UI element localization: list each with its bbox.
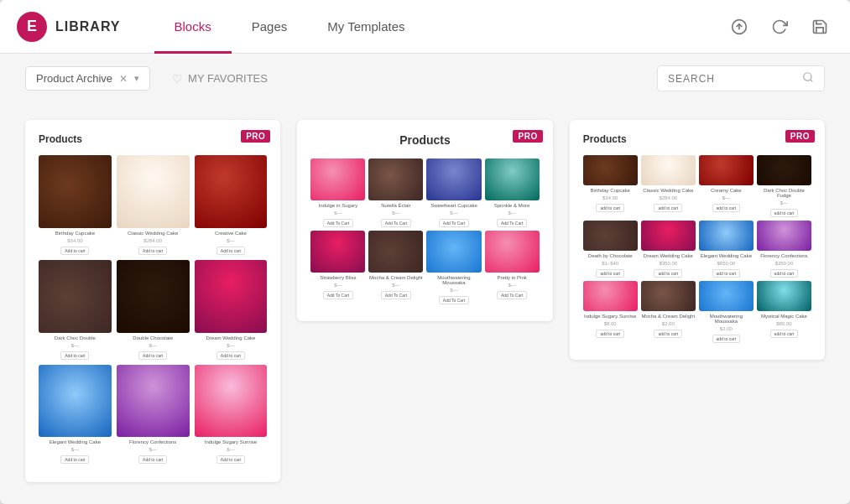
- library-modal: E LIBRARY Blocks Pages My Templates: [0, 0, 850, 504]
- product-row-3: Indulge Sugary Sunrise $8.00 add to cart…: [583, 281, 811, 343]
- template-card-1[interactable]: PRO Products Birthday Cupcake $34.00 Add…: [25, 120, 280, 482]
- card-title-3: Products: [583, 133, 811, 145]
- product-item: Elegant Wedding Cake $— Add to cart: [39, 365, 112, 465]
- heart-icon: ♡: [172, 72, 183, 86]
- product-row-1: Indulge in Sugary $— Add To Cart Nutella…: [310, 158, 539, 227]
- product-row-2: Strawberry Bliss $— Add To Cart Mocha & …: [310, 231, 539, 304]
- product-row-2: Death by Chocolate $1–$40 add to cart Dr…: [583, 221, 811, 278]
- tab-blocks[interactable]: Blocks: [154, 1, 232, 54]
- product-image: [117, 260, 190, 333]
- library-title: LIBRARY: [55, 19, 121, 34]
- filter-bar: Product Archive ✕ ▾ ♡ MY FAVORITES: [0, 54, 850, 103]
- product-item: Mocha & Cream Delight $— Add To Cart: [368, 231, 423, 304]
- search-area: [657, 65, 825, 91]
- product-item: Creamy Cake $— add to cart: [699, 155, 754, 217]
- product-row-1: Birthday Cupcake $34.00 add to cart Clas…: [583, 155, 811, 217]
- card-inner-2: PRO Products Indulge in Sugary $— Add To…: [297, 120, 552, 321]
- clear-filter-button[interactable]: ✕: [119, 73, 128, 85]
- card-title-2: Products: [310, 133, 539, 147]
- product-row-1: Birthday Cupcake $34.00 Add to cart Clas…: [39, 155, 267, 255]
- modal-header: E LIBRARY Blocks Pages My Templates: [0, 0, 850, 54]
- product-item: Double Chocolate $— Add to cart: [117, 260, 190, 360]
- product-item: Classic Wedding Cake $284.00 Add to cart: [117, 155, 190, 255]
- product-item: Indulge in Sugary $— Add To Cart: [310, 158, 365, 227]
- product-item: Dark Choc Double Fudge $— add to cart: [757, 155, 811, 217]
- template-card-2[interactable]: PRO Products Indulge in Sugary $— Add To…: [297, 120, 552, 321]
- product-item: Dark Choc Double $— Add to cart: [39, 260, 112, 360]
- product-image: [368, 158, 423, 200]
- product-item: Sprinkle & More $— Add To Cart: [485, 158, 540, 227]
- product-image: [583, 281, 638, 311]
- product-item: Elegant Wedding Cake $650.00 add to cart: [699, 221, 754, 278]
- product-image: [699, 155, 754, 185]
- product-item: Florency Confections $— Add to cart: [117, 365, 190, 465]
- upload-button[interactable]: [726, 13, 753, 40]
- product-image: [757, 221, 811, 251]
- product-image: [368, 231, 423, 273]
- product-item: Indulge Sugary Sunrise $— Add to cart: [195, 365, 268, 465]
- product-image: [39, 365, 112, 438]
- product-item: Mystical Magic Cake $80.00 add to cart: [757, 281, 811, 343]
- card-inner-1: PRO Products Birthday Cupcake $34.00 Add…: [25, 120, 280, 482]
- content-area: PRO Products Birthday Cupcake $34.00 Add…: [0, 103, 850, 504]
- search-icon: [802, 71, 814, 86]
- product-item: Indulge Sugary Sunrise $8.00 add to cart: [583, 281, 638, 343]
- product-image: [757, 281, 811, 311]
- template-card-3[interactable]: PRO Products Birthday Cupcake $34.00 add…: [570, 120, 825, 360]
- product-image: [426, 231, 481, 273]
- product-item: Mouthwatering Moussaka $— Add To Cart: [426, 231, 481, 304]
- cards-grid: PRO Products Birthday Cupcake $34.00 Add…: [25, 120, 825, 482]
- product-item: Classic Wedding Cake $284.00 add to cart: [641, 155, 696, 217]
- favorites-label: MY FAVORITES: [188, 72, 268, 85]
- favorites-button[interactable]: ♡ MY FAVORITES: [164, 67, 276, 91]
- elementor-logo: E: [17, 12, 47, 42]
- product-item: Death by Chocolate $1–$40 add to cart: [583, 221, 638, 278]
- product-image: [39, 260, 112, 333]
- dropdown-chevron-icon: ▾: [134, 73, 139, 84]
- product-item: Birthday Cupcake $34.00 add to cart: [583, 155, 638, 217]
- svg-point-2: [804, 73, 811, 81]
- dropdown-label: Product Archive: [36, 72, 112, 85]
- product-image: [641, 281, 696, 311]
- product-image: [699, 281, 754, 311]
- pro-badge: PRO: [241, 130, 270, 143]
- product-image: [195, 365, 268, 438]
- tab-my-templates[interactable]: My Templates: [307, 1, 425, 54]
- refresh-button[interactable]: [766, 13, 793, 40]
- product-item: Florency Confections $350.00 add to cart: [757, 221, 811, 278]
- product-image: [583, 221, 638, 251]
- product-image: [757, 155, 811, 185]
- product-item: Sweetheart Cupcake $— Add To Cart: [426, 158, 481, 227]
- product-image: [310, 231, 365, 273]
- product-item: Mocha & Cream Delight $2.00 add to cart: [641, 281, 696, 343]
- product-item: Creative Cake $— Add to cart: [195, 155, 268, 255]
- product-item: Dream Wedding Cake $— Add to cart: [195, 260, 268, 360]
- product-item: Strawberry Bliss $— Add To Cart: [310, 231, 365, 304]
- product-image: [117, 365, 190, 438]
- product-image: [117, 155, 190, 228]
- tab-pages[interactable]: Pages: [232, 1, 308, 54]
- product-item: Dream Wedding Cake $350.00 add to cart: [641, 221, 696, 278]
- tab-bar: Blocks Pages My Templates: [154, 0, 726, 53]
- product-image: [310, 158, 365, 200]
- product-image: [39, 155, 112, 228]
- product-image: [641, 155, 696, 185]
- header-actions: [726, 13, 833, 40]
- product-image: [426, 158, 481, 200]
- product-row-3: Elegant Wedding Cake $— Add to cart Flor…: [39, 365, 267, 465]
- search-input[interactable]: [668, 73, 795, 85]
- category-dropdown[interactable]: Product Archive ✕ ▾: [25, 66, 150, 91]
- card-title-1: Products: [39, 133, 267, 145]
- product-item: Mouthwatering Moussaka $2.00 add to cart: [699, 281, 754, 343]
- product-image: [583, 155, 638, 185]
- product-item: Birthday Cupcake $34.00 Add to cart: [39, 155, 112, 255]
- product-image: [485, 158, 540, 200]
- product-image: [195, 260, 268, 333]
- product-item: Pretty in Pink $— Add To Cart: [485, 231, 540, 304]
- product-row-2: Dark Choc Double $— Add to cart Double C…: [39, 260, 267, 360]
- pro-badge-3: PRO: [785, 130, 815, 143]
- product-image: [699, 221, 754, 251]
- pro-badge-2: PRO: [513, 130, 542, 143]
- product-image: [485, 231, 540, 273]
- save-button[interactable]: [806, 13, 833, 40]
